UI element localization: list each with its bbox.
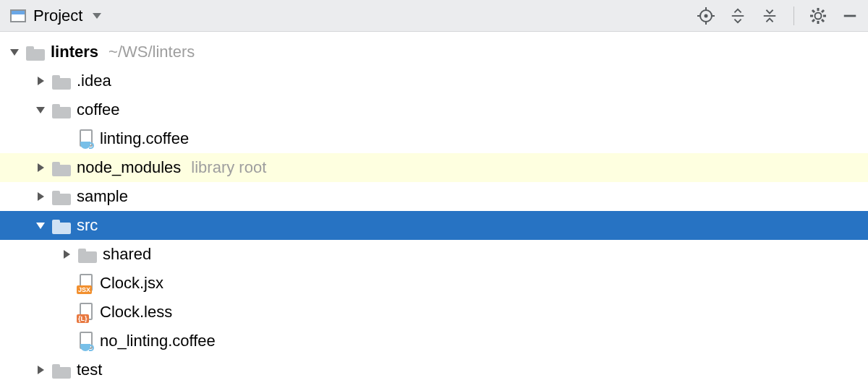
svg-line-14 — [822, 20, 824, 22]
project-tree[interactable]: linters~/WS/linters.ideacoffeelinting.co… — [0, 32, 868, 384]
chevron-down-icon[interactable] — [36, 105, 46, 115]
view-selector-label: Project — [33, 7, 82, 25]
chevron-down-icon — [93, 13, 101, 19]
target-icon — [697, 7, 715, 25]
folder-icon — [52, 74, 71, 88]
gear-icon — [809, 7, 827, 25]
chevron-right-icon[interactable] — [62, 249, 72, 259]
svg-point-1 — [705, 14, 708, 17]
folder-icon — [26, 45, 45, 59]
coffee-file-icon — [78, 332, 94, 350]
folder-icon — [52, 189, 71, 204]
tree-item-label: sample — [77, 187, 128, 206]
tree-item-label: linting.coffee — [100, 129, 189, 148]
tree-item-label: coffee — [77, 100, 120, 119]
tree-item-label: linters — [51, 43, 98, 61]
tree-item-label: Clock.less — [100, 303, 172, 322]
expand-all-button[interactable] — [728, 7, 747, 25]
svg-point-8 — [815, 12, 822, 19]
svg-line-13 — [812, 10, 814, 12]
tree-item-label: node_modules — [77, 158, 181, 177]
svg-line-16 — [822, 10, 824, 12]
chevron-down-icon[interactable] — [10, 47, 20, 57]
folder-icon — [78, 247, 97, 262]
tree-row[interactable]: sample — [0, 182, 868, 211]
collapse-all-icon — [762, 8, 778, 24]
divider — [793, 7, 794, 25]
tree-item-label: no_linting.coffee — [100, 332, 216, 350]
tree-item-label: src — [77, 216, 98, 235]
tree-row[interactable]: {L}Clock.less — [0, 298, 868, 327]
tree-row[interactable]: node_moduleslibrary root — [0, 153, 868, 182]
tree-item-label: shared — [103, 245, 151, 264]
tree-row[interactable]: src — [0, 211, 868, 240]
folder-icon — [52, 218, 71, 233]
tree-item-label: Clock.jsx — [100, 274, 163, 293]
view-selector[interactable]: Project — [10, 7, 101, 25]
tree-row[interactable]: shared — [0, 240, 868, 269]
expand-all-icon — [730, 8, 746, 24]
folder-icon — [52, 160, 71, 175]
jsx-file-icon: JSX — [78, 274, 94, 293]
select-opened-file-button[interactable] — [697, 7, 715, 25]
tree-item-label: test — [77, 361, 102, 379]
tree-row[interactable]: test — [0, 355, 868, 384]
chevron-right-icon[interactable] — [36, 191, 46, 202]
tool-window-header: Project — [0, 0, 868, 32]
tree-row[interactable]: no_linting.coffee — [0, 327, 868, 355]
tree-row[interactable]: linters~/WS/linters — [0, 38, 868, 66]
chevron-right-icon[interactable] — [36, 76, 46, 86]
svg-line-15 — [812, 20, 814, 22]
folder-icon — [52, 363, 71, 377]
less-file-icon: {L} — [78, 303, 94, 322]
hide-tool-window-button[interactable] — [841, 7, 859, 25]
tree-row[interactable]: .idea — [0, 66, 868, 95]
tree-item-label: .idea — [77, 72, 111, 90]
folder-icon — [52, 103, 71, 117]
tree-row[interactable]: coffee — [0, 95, 868, 124]
tree-item-hint: ~/WS/linters — [109, 43, 195, 61]
minimize-icon — [842, 8, 858, 24]
project-window-icon — [10, 9, 26, 22]
chevron-right-icon[interactable] — [36, 163, 46, 173]
tree-row[interactable]: JSXClock.jsx — [0, 269, 868, 298]
chevron-right-icon[interactable] — [36, 365, 46, 375]
coffee-file-icon — [78, 129, 94, 148]
collapse-all-button[interactable] — [760, 7, 779, 25]
tool-window-settings-button[interactable] — [809, 7, 827, 25]
tree-row[interactable]: linting.coffee — [0, 124, 868, 153]
chevron-down-icon[interactable] — [36, 220, 46, 230]
tree-item-hint: library root — [191, 158, 266, 177]
